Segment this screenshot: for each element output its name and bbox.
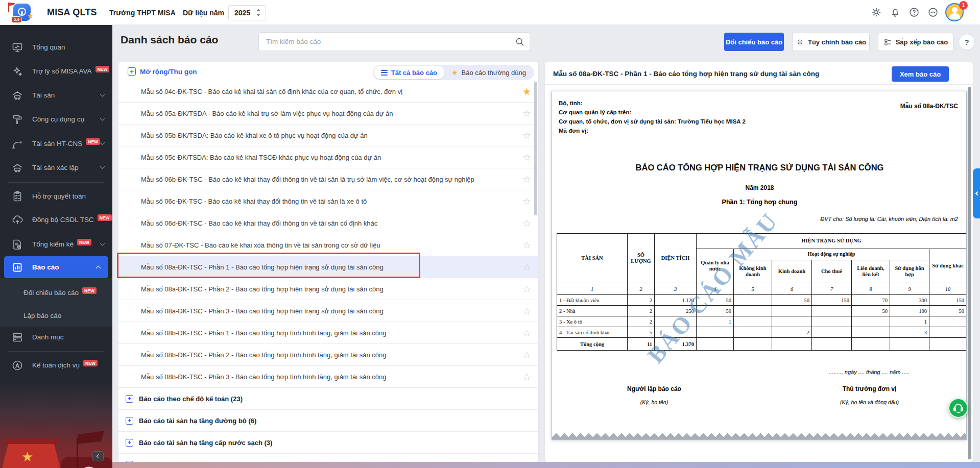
favorite-star-icon[interactable]: ☆ <box>522 153 531 162</box>
sort-reports-button[interactable]: Sắp xếp báo cáo <box>878 33 953 51</box>
col-header-mixed: Sử dụng hỗn hợp <box>890 260 929 283</box>
doc-sign-right-sub: (Ký, họ tên và đóng dấu) <box>772 399 967 405</box>
notifications-bell-icon[interactable] <box>886 3 904 21</box>
filter-favorite-reports[interactable]: ★ Báo cáo thường dùng <box>444 66 533 79</box>
favorite-star-icon[interactable]: ☆ <box>522 328 531 338</box>
doc-sign-left-sub: (Ký, họ tên) <box>583 399 726 405</box>
expand-collapse-all-link[interactable]: + Mở rộng/Thu gọn <box>128 67 197 76</box>
dashboard-monitor-icon <box>11 41 23 54</box>
list-scrollbar[interactable] <box>534 82 537 215</box>
sidebar-item-tro-ly-so[interactable]: Trợ lý số MISA AVANEW <box>0 59 112 83</box>
favorite-star-icon[interactable]: ☆ <box>522 284 531 294</box>
list-item[interactable]: Mẫu số 05c-ĐK/TSDA: Báo cáo kê khai TSCĐ… <box>118 146 538 168</box>
doc-meta-unit: Cơ quan, tổ chức, đơn vị sử dụng tài sản… <box>559 117 746 126</box>
app-logo[interactable]: ★ 2.9 <box>5 3 41 23</box>
stepper-up-icon[interactable] <box>256 9 260 11</box>
torn-paper-edge <box>552 431 967 439</box>
report-group[interactable]: +Báo cáo tài sản hạ tầng cấp nước sạch (… <box>118 432 538 454</box>
report-group[interactable]: +Báo cáo tài sản hạ tầng đường bộ (6) <box>118 410 538 432</box>
list-item[interactable]: Mẫu số 08a-ĐK-TSC - Phần 2 - Báo cáo tổn… <box>118 278 538 300</box>
favorite-star-icon[interactable]: ★ <box>522 87 531 96</box>
new-badge: NEW <box>82 287 97 294</box>
assets-house-car-icon <box>11 89 23 102</box>
report-list-panel: + Mở rộng/Thu gọn Tất cả báo cáo ★ Báo c… <box>118 62 538 462</box>
sidebar-item-tong-kiem-ke[interactable]: Tổng kiểm kêNEW <box>0 232 112 256</box>
sidebar-subitem-lap-bao-cao[interactable]: Lập báo cáo <box>0 304 112 328</box>
more-options-icon[interactable] <box>924 3 942 21</box>
favorite-star-icon[interactable]: ☆ <box>522 218 531 228</box>
doc-table: TÀI SẢN SỐ LƯỢNG DIỆN TÍCH HIỆN TRẠNG SỬ… <box>557 233 967 351</box>
doc-title: BÁO CÁO TỔNG HỢP HIỆN TRẠNG SỬ DỤNG TÀI … <box>552 163 967 173</box>
sidebar-item-danh-muc[interactable]: Danh mục <box>0 325 112 349</box>
support-chat-button[interactable] <box>948 398 968 418</box>
list-item[interactable]: Mẫu số 07-ĐK-TSC - Báo cáo kê khai xóa t… <box>118 234 538 256</box>
pipe-icon <box>11 138 23 150</box>
flag-silhouette <box>78 431 104 446</box>
sidebar-item-bao-cao[interactable]: Báo cáo <box>4 256 108 278</box>
list-item[interactable]: Mẫu số 05b-ĐK/TSDA: Báo cáo kê khai xe ô… <box>118 125 538 146</box>
compare-reports-button[interactable]: Đối chiếu báo cáo <box>724 33 784 51</box>
sidebar-item-tai-san[interactable]: Tài sản <box>0 83 112 107</box>
list-category-icon <box>11 331 23 343</box>
settings-gear-icon[interactable] <box>867 3 886 21</box>
page-title: Danh sách báo cáo <box>121 34 218 46</box>
view-report-button[interactable]: Xem báo cáo <box>892 66 949 82</box>
help-circle-icon[interactable] <box>905 3 923 21</box>
sidebar-item-dong-bo-csdl-tsc[interactable]: Đồng bộ CSDL TSCNEW <box>0 208 112 232</box>
favorite-star-icon[interactable]: ☆ <box>522 175 531 184</box>
new-badge: NEW <box>95 66 110 72</box>
divider <box>545 84 973 85</box>
plus-square-icon[interactable]: + <box>126 417 133 425</box>
plus-square-icon[interactable]: + <box>126 439 133 447</box>
report-filter-toggle[interactable]: Tất cả báo cáo ★ Báo cáo thường dùng <box>373 65 534 80</box>
sidebar-item-ho-tro-quyet-toan[interactable]: Hỗ trợ quyết toán <box>0 184 112 208</box>
favorite-star-icon[interactable]: ☆ <box>522 372 531 382</box>
col-header-biz: Kinh doanh <box>772 260 812 283</box>
sidebar-item-tong-quan[interactable]: Tổng quan <box>0 35 112 59</box>
table-total-row: Tổng cộng111.370 <box>557 338 967 351</box>
list-item[interactable]: Mẫu số 08b-ĐK-TSC - Phần 2 - Báo cáo tổn… <box>118 344 538 366</box>
search-input[interactable] <box>265 33 510 50</box>
doc-meta-province: Bộ, tỉnh: <box>559 98 746 108</box>
col-header-career: Hoạt động sự nghiệp <box>734 249 929 260</box>
list-help-button[interactable]: ? <box>959 34 975 50</box>
list-item-selected[interactable]: Mẫu số 08a-ĐK-TSC - Phần 1 - Báo cáo tổn… <box>118 256 538 278</box>
stepper-down-icon[interactable] <box>256 14 260 16</box>
doc-sign-right-title: Thủ trưởng đơn vị <box>772 385 967 392</box>
list-item[interactable]: Mẫu số 06b-ĐK-TSC - Báo cáo kê khai thay… <box>118 168 538 190</box>
sidebar-subitem-doi-chieu-bao-cao[interactable]: Đối chiếu báo cáoNEW <box>0 281 112 305</box>
sidebar-collapse-button[interactable] <box>92 451 104 461</box>
search-box[interactable] <box>258 32 530 51</box>
favorite-star-icon[interactable]: ☆ <box>522 196 531 206</box>
sidebar-item-tai-san-ht-cns[interactable]: Tài sản HT-CNSNEW <box>0 132 112 156</box>
favorite-star-icon[interactable]: ☆ <box>522 350 531 360</box>
sidebar-item-tai-san-xac-lap[interactable]: Tài sản xác lập <box>0 156 112 180</box>
list-item[interactable]: Mẫu số 04c-ĐK-TSC - Báo cáo kê khai tài … <box>118 81 538 103</box>
sidebar: ★ ★ 2 Tổng quan Trợ lý số MISA AVANEW Tà… <box>0 25 112 468</box>
new-badge: NEW <box>83 360 98 366</box>
list-item[interactable]: Mẫu số 08b-ĐK-TSC - Phần 1 - Báo cáo tổn… <box>118 322 538 344</box>
list-item[interactable]: Mẫu số 06c-ĐK-TSC - Báo cáo kê khai thay… <box>118 190 538 212</box>
plus-square-icon[interactable]: + <box>126 395 133 403</box>
list-item[interactable]: Mẫu số 08a-ĐK-TSC - Phần 3 - Báo cáo tổn… <box>118 300 538 322</box>
favorite-star-icon[interactable]: ☆ <box>522 262 531 272</box>
preview-scrollbar[interactable] <box>968 87 971 459</box>
report-group[interactable]: +Báo cáo theo chế độ kế toán (23) <box>118 388 538 410</box>
year-selector[interactable]: 2025 <box>228 5 266 20</box>
filter-all-reports[interactable]: Tất cả báo cáo <box>374 66 444 79</box>
favorite-star-icon[interactable]: ☆ <box>522 240 531 250</box>
list-item[interactable]: Mẫu số 05a-ĐK/TSDA - Báo cáo kê khai trụ… <box>118 103 538 125</box>
list-item[interactable]: Mẫu số 06d-ĐK-TSC - Báo cáo kê khai thay… <box>118 212 538 234</box>
sidebar-item-ke-toan-dich-vu[interactable]: Kế toán dịch vụNEW <box>0 353 112 377</box>
list-item[interactable]: Mẫu số 08b-ĐK-TSC - Phần 3 - Báo cáo tổn… <box>118 366 538 388</box>
report-group[interactable]: +Báo cáo quản trị (44) <box>118 454 538 462</box>
search-icon[interactable] <box>515 37 525 47</box>
favorite-star-icon[interactable]: ☆ <box>522 131 531 140</box>
customize-reports-button[interactable]: Tùy chỉnh báo cáo <box>792 33 870 51</box>
sidebar-item-cong-cu-dung-cu[interactable]: Công cụ dụng cụ <box>0 107 112 131</box>
organization-name[interactable]: Trường THPT MISA <box>109 9 176 17</box>
chevron-left-icon <box>975 191 979 195</box>
panel-expand-tab[interactable] <box>973 168 980 218</box>
favorite-star-icon[interactable]: ☆ <box>522 306 531 316</box>
favorite-star-icon[interactable]: ☆ <box>522 109 531 118</box>
